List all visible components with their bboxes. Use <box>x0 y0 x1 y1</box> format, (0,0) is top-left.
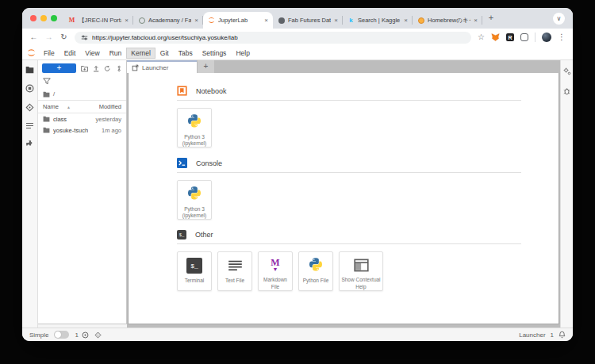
right-sidebar <box>560 60 573 328</box>
git-status-icon[interactable] <box>94 331 102 339</box>
sort-caret-icon <box>67 105 71 109</box>
breadcrumb[interactable]: / <box>38 87 126 100</box>
running-sessions-icon[interactable] <box>25 84 34 93</box>
launcher-card-console-python3[interactable]: Python 3 (ipykernel) <box>177 180 212 220</box>
text-file-icon <box>228 258 243 274</box>
forward-icon[interactable]: → <box>44 33 53 41</box>
file-row-class[interactable]: class yesterday <box>38 113 126 125</box>
close-tab-icon[interactable] <box>125 17 129 24</box>
launcher-tab[interactable]: Launcher <box>127 60 197 73</box>
bookmark-star-icon[interactable] <box>478 33 485 41</box>
close-tab-icon[interactable] <box>264 17 268 24</box>
menu-kebab-icon[interactable] <box>558 33 566 41</box>
jupyter-icon <box>208 17 215 24</box>
card-label: Text File <box>224 278 246 284</box>
browser-extensions-zone: R <box>478 33 566 42</box>
column-name-label[interactable]: Name <box>43 103 59 110</box>
card-label: Markdown File <box>259 277 292 290</box>
close-window-button[interactable] <box>30 15 36 21</box>
jupyterlab-menubar: File Edit View Run Kernel Git Tabs Setti… <box>22 46 573 60</box>
minimize-window-button[interactable] <box>40 15 47 21</box>
r-extension-icon[interactable]: R <box>506 33 514 41</box>
kernel-sessions-indicator[interactable]: 1 <box>75 331 88 339</box>
browser-tab-academany[interactable]: Academany / Fab Futures <box>133 12 203 29</box>
table-of-contents-icon[interactable] <box>25 122 34 129</box>
simple-mode-label: Simple <box>29 331 48 339</box>
back-icon[interactable]: ← <box>29 33 38 41</box>
launcher-card-text-file[interactable]: Text File <box>217 251 252 291</box>
tab-title: Homebrewのキャッシュ削 <box>428 17 470 25</box>
section-divider <box>177 172 521 173</box>
menu-view[interactable]: View <box>80 48 104 59</box>
close-tab-icon[interactable] <box>404 17 408 24</box>
launcher-section-other: $_ Other $_ Terminal Text F <box>177 230 521 291</box>
browser-tab-kaggle[interactable]: k Search | Kaggle <box>343 12 413 29</box>
file-row-yosuke-tsuchiya[interactable]: yosuke-tsuchiya 1m ago <box>38 125 126 136</box>
dock-tabbar: Launcher <box>127 60 560 73</box>
file-list-header: Name Modified <box>38 100 126 113</box>
file-name[interactable]: class <box>53 116 88 123</box>
zoom-window-button[interactable] <box>51 15 57 21</box>
menu-kernel[interactable]: Kernel <box>126 48 155 59</box>
browser-tab-jupyterlab[interactable]: JupyterLab <box>203 12 273 29</box>
address-bar[interactable]: https://jupyter.fabcloud.org/user/tsuchi… <box>75 32 471 44</box>
new-launcher-button[interactable] <box>42 63 76 73</box>
extensions-icon[interactable] <box>520 33 528 41</box>
debugger-icon[interactable] <box>563 87 570 95</box>
file-browser-icon[interactable] <box>25 66 34 74</box>
section-title: Other <box>195 231 213 239</box>
metamask-icon[interactable] <box>491 33 500 41</box>
git-icon[interactable] <box>25 103 34 112</box>
close-tab-icon[interactable] <box>474 17 478 24</box>
folder-icon <box>43 91 50 98</box>
upload-icon[interactable] <box>93 65 99 72</box>
new-tab-button[interactable] <box>486 13 497 24</box>
menu-git[interactable]: Git <box>155 48 174 59</box>
launcher-card-markdown-file[interactable]: M▼ Markdown File <box>258 251 293 291</box>
file-name[interactable]: yosuke-tsuchiya <box>53 127 88 134</box>
browser-tab-homebrew[interactable]: Homebrewのキャッシュ削 <box>413 12 482 29</box>
close-tab-icon[interactable] <box>334 17 338 24</box>
menu-settings[interactable]: Settings <box>198 48 232 59</box>
menu-run[interactable]: Run <box>105 48 127 59</box>
file-modified: yesterday <box>91 116 121 123</box>
tab-title: Academany / Fab Futures <box>148 17 191 24</box>
extension-manager-icon[interactable] <box>25 140 34 148</box>
profile-avatar[interactable] <box>542 33 551 42</box>
launcher-card-terminal[interactable]: $_ Terminal <box>177 251 212 291</box>
academany-icon <box>139 17 145 24</box>
terminal-icon: $_ <box>177 230 186 239</box>
launcher-card-notebook-python3[interactable]: Python 3 (ipykernel) <box>177 108 212 148</box>
browser-tab-jrec[interactable]: M 【JREC-IN Portal】マッチ <box>63 12 133 29</box>
filter-funnel-icon[interactable] <box>43 78 51 85</box>
menu-help[interactable]: Help <box>231 48 254 59</box>
section-title: Console <box>196 159 222 167</box>
new-folder-icon[interactable] <box>81 65 88 72</box>
breadcrumb-root[interactable]: / <box>53 90 55 98</box>
tab-search-button[interactable] <box>553 13 565 25</box>
reload-icon[interactable]: ↻ <box>60 33 68 41</box>
close-tab-icon[interactable] <box>194 17 198 24</box>
menu-edit[interactable]: Edit <box>60 48 81 59</box>
refresh-icon[interactable] <box>104 65 110 72</box>
jupyterlab-body: / Name Modified class yesterday yosuke-t… <box>22 60 573 328</box>
launcher-icon <box>132 64 139 71</box>
current-context-label: Launcher <box>519 331 545 339</box>
menu-file[interactable]: File <box>39 48 60 59</box>
simple-mode-toggle[interactable] <box>54 331 69 339</box>
property-inspector-icon[interactable] <box>563 67 571 75</box>
launcher-card-contextual-help[interactable]: Show Contextual Help <box>339 251 383 291</box>
menu-tabs[interactable]: Tabs <box>174 48 198 59</box>
section-divider <box>177 243 521 244</box>
url-text: https://jupyter.fabcloud.org/user/tsuchi… <box>92 34 238 41</box>
browser-tab-fabfutures[interactable]: Fab Futures Data-Scienc <box>273 12 343 29</box>
bell-icon[interactable] <box>559 331 566 339</box>
jupyter-logo-icon <box>27 48 36 57</box>
browser-tabstrip: M 【JREC-IN Portal】マッチ Academany / Fab Fu… <box>22 8 573 29</box>
new-launcher-tab-button[interactable] <box>197 60 214 73</box>
launcher-card-python-file[interactable]: Python File <box>298 251 333 291</box>
site-settings-icon[interactable] <box>81 34 88 41</box>
markdown-icon: M▼ <box>271 259 279 271</box>
git-clone-icon[interactable] <box>116 65 122 72</box>
column-modified-label[interactable]: Modified <box>90 103 121 110</box>
